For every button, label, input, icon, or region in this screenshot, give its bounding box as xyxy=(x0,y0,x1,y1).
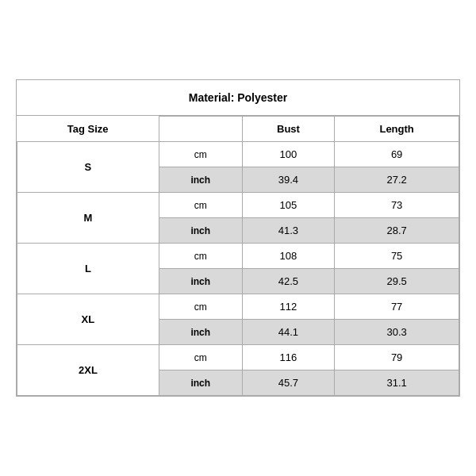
table-row: Mcm10573 xyxy=(17,193,459,218)
bust-cm-value: 116 xyxy=(242,345,335,370)
bust-cm-value: 100 xyxy=(242,142,335,167)
length-header: Length xyxy=(335,117,459,142)
empty-subheader xyxy=(159,117,242,142)
size-table: Tag Size Bust Length Scm10069inch39.427.… xyxy=(17,116,459,396)
tag-size-cell: S xyxy=(17,142,159,193)
table-row: 2XLcm11679 xyxy=(17,345,459,370)
tag-size-cell: M xyxy=(17,193,159,244)
tag-size-header: Tag Size xyxy=(17,117,159,142)
tag-size-cell: L xyxy=(17,244,159,294)
length-cm-value: 79 xyxy=(335,345,459,370)
unit-inch: inch xyxy=(159,370,242,396)
tag-size-cell: 2XL xyxy=(17,345,159,396)
length-cm-value: 75 xyxy=(335,244,459,269)
unit-cm: cm xyxy=(159,345,242,370)
length-cm-value: 69 xyxy=(335,142,459,167)
table-row: Lcm10875 xyxy=(17,244,459,269)
bust-inch-value: 41.3 xyxy=(242,218,335,244)
length-cm-value: 73 xyxy=(335,193,459,218)
tag-size-cell: XL xyxy=(17,294,159,345)
bust-inch-value: 42.5 xyxy=(242,269,335,294)
unit-cm: cm xyxy=(159,142,242,167)
size-chart: Material: Polyester Tag Size Bust Length… xyxy=(16,79,460,397)
unit-inch: inch xyxy=(159,269,242,294)
length-inch-value: 30.3 xyxy=(335,320,459,345)
unit-inch: inch xyxy=(159,218,242,244)
unit-cm: cm xyxy=(159,193,242,218)
table-row: Scm10069 xyxy=(17,142,459,167)
bust-cm-value: 108 xyxy=(242,244,335,269)
length-inch-value: 27.2 xyxy=(335,167,459,193)
unit-cm: cm xyxy=(159,244,242,269)
title-text: Material: Polyester xyxy=(189,91,288,104)
bust-cm-value: 112 xyxy=(242,294,335,320)
bust-inch-value: 44.1 xyxy=(242,320,335,345)
bust-header: Bust xyxy=(242,117,335,142)
unit-cm: cm xyxy=(159,294,242,320)
bust-cm-value: 105 xyxy=(242,193,335,218)
bust-inch-value: 39.4 xyxy=(242,167,335,193)
unit-inch: inch xyxy=(159,167,242,193)
table-row: XLcm11277 xyxy=(17,294,459,320)
chart-title: Material: Polyester xyxy=(17,80,459,116)
length-inch-value: 28.7 xyxy=(335,218,459,244)
length-inch-value: 31.1 xyxy=(335,370,459,396)
length-inch-value: 29.5 xyxy=(335,269,459,294)
bust-inch-value: 45.7 xyxy=(242,370,335,396)
length-cm-value: 77 xyxy=(335,294,459,320)
unit-inch: inch xyxy=(159,320,242,345)
